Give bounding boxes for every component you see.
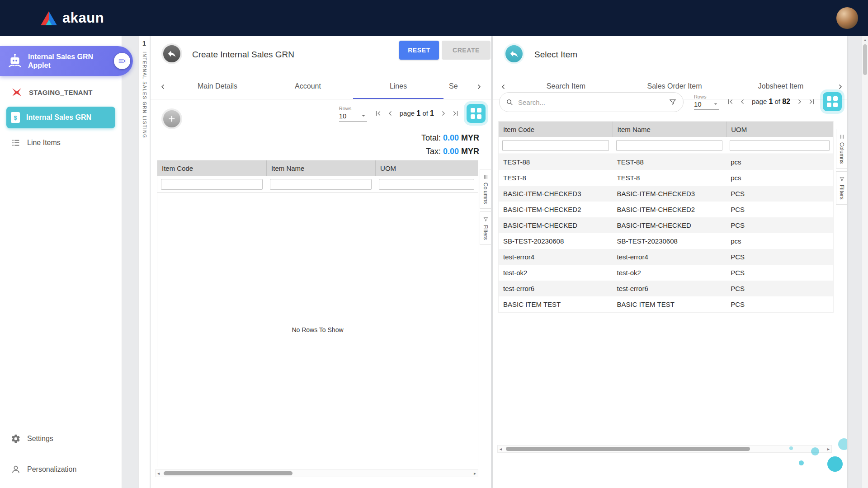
listing-tab-index: 1 bbox=[139, 40, 150, 47]
tax-value: 0.00 bbox=[443, 147, 459, 156]
next-page-button[interactable] bbox=[793, 96, 805, 108]
scrollbar-thumb[interactable] bbox=[164, 471, 292, 475]
collapsed-listing-tab[interactable]: 1 INTERNAL SALES GRN LISTING bbox=[138, 36, 150, 488]
item-name-cell: test-error6 bbox=[613, 285, 726, 292]
add-line-button[interactable] bbox=[161, 108, 182, 129]
columns-rail-tab[interactable]: Columns bbox=[480, 169, 491, 209]
last-page-button[interactable] bbox=[449, 108, 461, 119]
item-code-filter-input[interactable] bbox=[502, 140, 609, 151]
table-header: Item Code Item Name UOM bbox=[157, 160, 478, 176]
applet-header: Internal Sales GRN Applet bbox=[0, 46, 133, 76]
item-row[interactable]: BASIC-ITEM-CHECKED2 BASIC-ITEM-CHECKED2 … bbox=[499, 202, 833, 217]
columns-rail-tab[interactable]: Columns bbox=[836, 129, 847, 169]
filters-rail-tab[interactable]: Filters bbox=[836, 171, 847, 205]
item-row[interactable]: TEST-88 TEST-88 pcs bbox=[499, 154, 833, 170]
item-row[interactable]: test-ok2 test-ok2 PCS bbox=[499, 265, 833, 281]
column-header-uom[interactable]: UOM bbox=[726, 122, 833, 137]
item-name-cell: test-error4 bbox=[613, 253, 726, 261]
sidebar-item-label: Line Items bbox=[27, 139, 61, 147]
scroll-left-arrow[interactable]: ◂ bbox=[157, 470, 160, 477]
back-button[interactable] bbox=[161, 43, 182, 64]
create-button[interactable]: CREATE bbox=[442, 41, 491, 60]
rows-select-control[interactable]: 10 bbox=[694, 100, 719, 110]
uom-filter-input[interactable] bbox=[379, 179, 474, 190]
item-row[interactable]: BASIC-ITEM-CHECKED3 BASIC-ITEM-CHECKED3 … bbox=[499, 186, 833, 202]
column-header-item-code[interactable]: Item Code bbox=[499, 122, 613, 137]
item-name-cell: TEST-8 bbox=[613, 174, 726, 182]
select-item-panel: Select Item Search Item Sales Order Item… bbox=[493, 36, 847, 488]
item-code-cell: test-ok2 bbox=[499, 269, 613, 277]
create-grn-panel: Create Internal Sales GRN RESET CREATE M… bbox=[151, 36, 491, 488]
sidebar-collapse-button[interactable] bbox=[114, 53, 130, 69]
search-filter-button[interactable] bbox=[669, 98, 677, 106]
tabs-scroll-right-button[interactable] bbox=[470, 74, 488, 99]
grid-view-button[interactable] bbox=[467, 104, 486, 123]
tabs-scroll-left-button[interactable] bbox=[154, 74, 172, 99]
column-header-uom[interactable]: UOM bbox=[375, 160, 478, 176]
uom-filter-input[interactable] bbox=[730, 140, 830, 151]
menu-open-icon bbox=[118, 56, 127, 66]
last-page-button[interactable] bbox=[806, 96, 817, 108]
total-value: 0.00 bbox=[443, 133, 459, 142]
tab-main-details[interactable]: Main Details bbox=[172, 74, 263, 99]
first-page-button[interactable] bbox=[373, 108, 384, 119]
item-name-filter-input[interactable] bbox=[270, 179, 372, 190]
tax-label: Tax: bbox=[426, 147, 441, 156]
scrollbar-thumb[interactable] bbox=[506, 447, 750, 451]
previous-page-button[interactable] bbox=[737, 96, 749, 108]
sidebar-item-line-items[interactable]: Line Items bbox=[6, 132, 115, 154]
scroll-left-arrow[interactable]: ◂ bbox=[500, 446, 502, 452]
chevron-left-icon bbox=[500, 83, 508, 91]
item-name-cell: TEST-88 bbox=[613, 158, 726, 166]
sidebar-item-internal-sales-grn[interactable]: $ Internal Sales GRN bbox=[6, 107, 115, 128]
item-row[interactable]: BASIC-ITEM-CHECKED BASIC-ITEM-CHECKED PC… bbox=[499, 217, 833, 233]
user-avatar[interactable] bbox=[836, 7, 858, 29]
sidebar-item-label: Internal Sales GRN bbox=[26, 113, 91, 122]
item-name-cell: BASIC-ITEM-CHECKED2 bbox=[613, 206, 726, 213]
tab-lines[interactable]: Lines bbox=[353, 74, 443, 99]
right-panel-side-rail: Columns Filters bbox=[836, 129, 847, 205]
sidebar-menu: STAGING_TENANT $ Internal Sales GRN Line… bbox=[0, 81, 122, 154]
item-row[interactable]: TEST-8 TEST-8 pcs bbox=[499, 170, 833, 186]
filters-rail-tab[interactable]: Filters bbox=[480, 211, 491, 245]
reset-button[interactable]: RESET bbox=[399, 41, 439, 60]
column-header-item-name[interactable]: Item Name bbox=[266, 160, 375, 176]
column-header-item-name[interactable]: Item Name bbox=[613, 122, 726, 137]
previous-page-button[interactable] bbox=[385, 108, 396, 119]
akaun-logo[interactable]: akaun bbox=[40, 10, 104, 26]
sidebar-item-tenant[interactable]: STAGING_TENANT bbox=[6, 81, 115, 103]
rows-label: Rows bbox=[694, 94, 719, 99]
next-page-button[interactable] bbox=[437, 108, 449, 119]
sidebar-item-settings[interactable]: Settings bbox=[6, 428, 115, 450]
tab-partial[interactable]: Se bbox=[443, 74, 470, 99]
item-row[interactable]: test-error4 test-error4 PCS bbox=[499, 249, 833, 265]
page-title: Create Internal Sales GRN bbox=[192, 50, 294, 60]
first-page-icon bbox=[374, 109, 382, 117]
first-page-button[interactable] bbox=[725, 96, 736, 108]
back-button[interactable] bbox=[504, 43, 524, 64]
tab-account[interactable]: Account bbox=[263, 74, 353, 99]
scroll-up-arrow[interactable]: ▴ bbox=[862, 36, 868, 42]
scrollbar-thumb[interactable] bbox=[863, 44, 867, 75]
robot-icon bbox=[6, 52, 24, 70]
column-header-item-code[interactable]: Item Code bbox=[157, 160, 266, 176]
rows-per-page-select: Rows 10 bbox=[694, 94, 719, 110]
rows-select-control[interactable]: 10 bbox=[339, 112, 367, 122]
item-name-filter-input[interactable] bbox=[616, 140, 723, 151]
horizontal-scrollbar[interactable]: ◂ ▸ bbox=[497, 445, 832, 453]
page-vertical-scrollbar[interactable]: ▴ bbox=[862, 36, 868, 488]
item-row[interactable]: BASIC ITEM TEST BASIC ITEM TEST PCS bbox=[499, 296, 833, 312]
scroll-right-arrow[interactable]: ▸ bbox=[827, 446, 830, 452]
item-code-filter-input[interactable] bbox=[161, 179, 263, 190]
search-input[interactable] bbox=[518, 99, 664, 106]
first-page-icon bbox=[726, 98, 735, 106]
scroll-right-arrow[interactable]: ▸ bbox=[474, 470, 476, 477]
grid-view-button[interactable] bbox=[823, 92, 842, 111]
columns-icon bbox=[483, 174, 489, 180]
caret-down-icon bbox=[360, 112, 367, 119]
tax-currency: MYR bbox=[461, 147, 479, 156]
item-row[interactable]: test-error6 test-error6 PCS bbox=[499, 281, 833, 296]
sidebar-item-personalization[interactable]: Personalization bbox=[6, 459, 115, 480]
item-row[interactable]: SB-TEST-20230608 SB-TEST-20230608 pcs bbox=[499, 233, 833, 249]
horizontal-scrollbar[interactable]: ◂ ▸ bbox=[155, 469, 478, 477]
